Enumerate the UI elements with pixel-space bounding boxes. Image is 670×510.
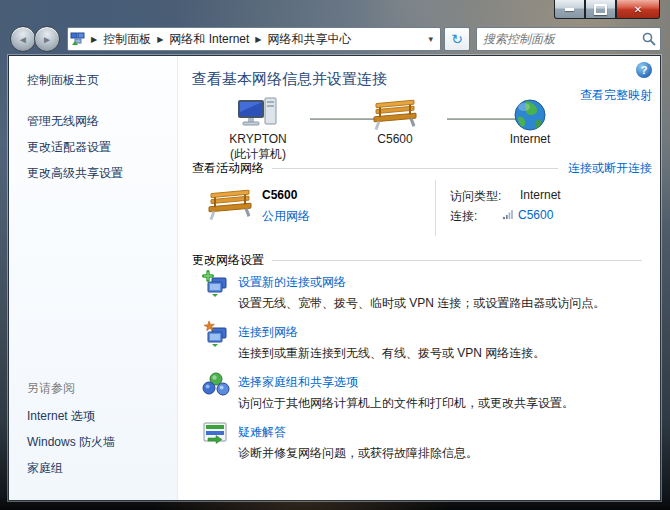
- forward-button[interactable]: ►: [34, 26, 60, 52]
- maximize-button[interactable]: [585, 0, 616, 19]
- search-box[interactable]: [476, 27, 661, 51]
- setting-desc: 诊断并修复网络问题，或获得故障排除信息。: [238, 445, 478, 462]
- breadcrumb-separator-icon: ▶: [249, 35, 267, 44]
- address-bar[interactable]: ▶ 控制面板 ▶ 网络和 Internet ▶ 网络和共享中心 ▾: [67, 27, 441, 51]
- breadcrumb-network-sharing-center[interactable]: 网络和共享中心: [268, 31, 352, 48]
- navigation-toolbar: ◄ ► ▶ 控制面板 ▶ 网络和 Internet ▶ 网络和共享中心 ▾ ↻: [8, 24, 661, 54]
- breadcrumb-network-internet[interactable]: 网络和 Internet: [169, 31, 249, 48]
- close-icon: ✕: [634, 4, 642, 15]
- minimize-button[interactable]: [554, 0, 585, 19]
- connect-disconnect-link[interactable]: 连接或断开连接: [568, 160, 652, 177]
- new-connection-icon: [202, 270, 230, 298]
- refresh-icon: ↻: [451, 31, 463, 47]
- header-rule: [272, 260, 642, 261]
- bench-icon: [206, 184, 254, 227]
- settings-header-row: 更改网络设置: [192, 252, 652, 269]
- troubleshoot-icon: [202, 420, 230, 448]
- connection-value-row: C5600: [502, 208, 553, 223]
- bench-icon: [347, 94, 443, 132]
- access-type-label: 访问类型:: [450, 188, 501, 205]
- back-button[interactable]: ◄: [10, 26, 36, 52]
- window-caption-buttons: ✕: [554, 0, 660, 19]
- active-networks-header-row: 查看活动网络 连接或断开连接: [192, 160, 652, 177]
- close-button[interactable]: ✕: [616, 0, 660, 19]
- sidebar-item-homegroup[interactable]: 家庭组: [27, 460, 177, 477]
- help-icon[interactable]: ?: [636, 62, 652, 78]
- map-node-label: C5600: [347, 132, 443, 146]
- setting-desc: 设置无线、宽带、拨号、临时或 VPN 连接；或设置路由器或访问点。: [238, 295, 605, 312]
- setting-desc: 连接到或重新连接到无线、有线、拨号或 VPN 网络连接。: [238, 345, 545, 362]
- see-also-section: 另请参阅 Internet 选项 Windows 防火墙 家庭组: [9, 380, 177, 486]
- wifi-signal-icon: [502, 208, 514, 223]
- map-node-label: KRYPTON: [210, 132, 306, 146]
- sidebar-item-windows-firewall[interactable]: Windows 防火墙: [27, 434, 177, 451]
- sidebar: 控制面板主页 管理无线网络 更改适配器设置 更改高级共享设置 另请参阅 Inte…: [9, 56, 178, 500]
- back-icon: ◄: [18, 34, 28, 45]
- search-icon[interactable]: [642, 32, 656, 46]
- refresh-button[interactable]: ↻: [444, 27, 470, 51]
- map-node-internet[interactable]: Internet: [482, 94, 578, 146]
- sidebar-item-change-adapter[interactable]: 更改适配器设置: [27, 139, 177, 156]
- breadcrumb-control-panel[interactable]: 控制面板: [103, 31, 151, 48]
- sidebar-item-advanced-sharing[interactable]: 更改高级共享设置: [27, 165, 177, 182]
- settings-header: 更改网络设置: [192, 252, 264, 269]
- network-center-icon: [70, 32, 85, 46]
- page-title: 查看基本网络信息并设置连接: [192, 70, 387, 89]
- connect-network-icon: [202, 320, 230, 348]
- active-networks-header: 查看活动网络: [192, 160, 264, 177]
- setting-link-troubleshoot[interactable]: 疑难解答: [238, 424, 286, 441]
- window-body: 控制面板主页 管理无线网络 更改适配器设置 更改高级共享设置 另请参阅 Inte…: [8, 55, 661, 501]
- map-node-computer[interactable]: KRYPTON (此计算机): [210, 94, 306, 163]
- maximize-icon: [594, 4, 607, 15]
- minimize-icon: [565, 8, 574, 11]
- map-node-label: Internet: [482, 132, 578, 146]
- network-type-link[interactable]: 公用网络: [262, 208, 310, 225]
- computer-icon: [210, 94, 306, 132]
- setting-link-homegroup-sharing[interactable]: 选择家庭组和共享选项: [238, 374, 358, 391]
- breadcrumb-separator-icon: ▶: [85, 35, 103, 44]
- setting-link-connect-network[interactable]: 连接到网络: [238, 324, 298, 341]
- header-rule: [272, 168, 558, 169]
- connection-link[interactable]: C5600: [518, 208, 553, 222]
- address-dropdown-icon[interactable]: ▾: [423, 34, 438, 44]
- setting-link-new-connection[interactable]: 设置新的连接或网络: [238, 274, 346, 291]
- map-node-network[interactable]: C5600: [347, 94, 443, 146]
- homegroup-icon: [202, 370, 230, 398]
- sidebar-item-control-panel-home[interactable]: 控制面板主页: [27, 72, 177, 89]
- active-network-name: C5600: [262, 188, 297, 202]
- sidebar-item-internet-options[interactable]: Internet 选项: [27, 408, 177, 425]
- globe-icon: [482, 94, 578, 132]
- active-network-item: C5600 公用网络 访问类型: Internet 连接: C5600: [192, 178, 652, 240]
- breadcrumb-separator-icon: ▶: [151, 35, 169, 44]
- access-type-value: Internet: [520, 188, 561, 202]
- main-content: ? 查看基本网络信息并设置连接 查看完整映射: [178, 56, 660, 500]
- search-input[interactable]: [481, 32, 642, 46]
- connections-label: 连接:: [450, 208, 477, 225]
- forward-icon: ►: [42, 34, 52, 45]
- see-also-header: 另请参阅: [27, 380, 177, 397]
- setting-desc: 访问位于其他网络计算机上的文件和打印机，或更改共享设置。: [238, 395, 574, 412]
- sidebar-item-manage-wireless[interactable]: 管理无线网络: [27, 113, 177, 130]
- divider: [435, 180, 436, 236]
